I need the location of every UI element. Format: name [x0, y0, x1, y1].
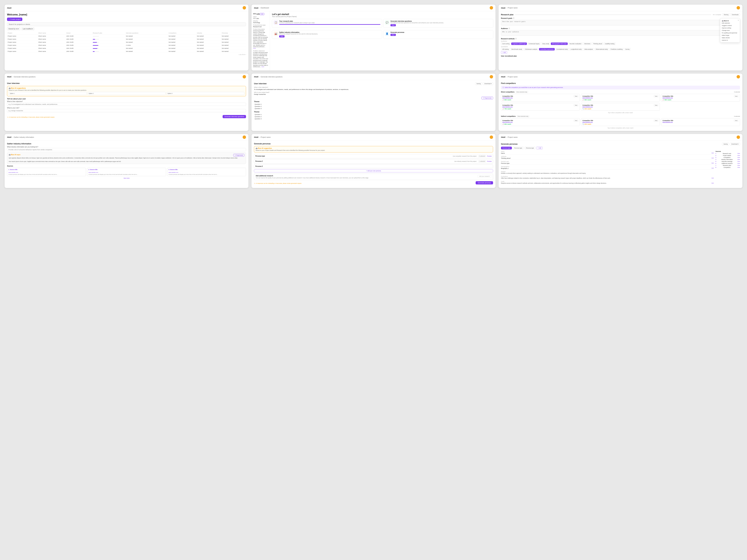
p9-source-view-4[interactable]: View: [737, 159, 740, 160]
ind-comp-url-1[interactable]: www.website.com: [503, 121, 578, 123]
p9-edit-name[interactable]: Edit: [712, 152, 714, 154]
sharing-button[interactable]: Sharing: [722, 13, 730, 16]
p9-source-view-5[interactable]: View: [737, 161, 740, 162]
download-btn-5[interactable]: Download ▾: [483, 82, 493, 85]
add-method-button[interactable]: + Add: [501, 51, 507, 54]
method-predictive[interactable]: Predictive modeling: [610, 48, 624, 50]
filter-owned[interactable]: Owned by me ▾: [7, 27, 20, 30]
p9-add-tab-btn[interactable]: + Add: [536, 147, 543, 149]
comp-view-btn-4[interactable]: View: [574, 104, 578, 106]
ai-item-longer[interactable]: Make longer: [720, 34, 740, 36]
saving-button[interactable]: Saving: [475, 82, 482, 85]
comp-url-1[interactable]: www.website.com: [503, 97, 578, 99]
method-interviews[interactable]: Interviews: [583, 43, 592, 45]
ind-comp-view-2[interactable]: View: [654, 120, 659, 122]
p9-source-view-7[interactable]: View: [737, 165, 740, 166]
p9-tab-3[interactable]: Persona type: [524, 147, 535, 149]
method-observational[interactable]: Observational study: [595, 48, 609, 50]
method-diary[interactable]: Diary study: [541, 43, 550, 45]
method-ethnographic[interactable]: Ethnographic field study: [551, 43, 568, 45]
method-longitudinal[interactable]: Longitudinal study: [569, 48, 583, 50]
p9-edit-attributes[interactable]: Edit: [712, 157, 714, 159]
ind-comp-view-1[interactable]: View: [574, 120, 578, 122]
gi-input[interactable]: [7, 148, 246, 151]
p9-source-view-8[interactable]: View: [737, 167, 740, 168]
comp-view-btn-1[interactable]: View: [574, 95, 578, 97]
p9-edit-goals[interactable]: Edit: [712, 182, 714, 184]
rp-audience-input[interactable]: [501, 30, 740, 35]
add-research-button[interactable]: Add your research: [477, 175, 491, 178]
suggestion-option-2[interactable]: Option 2: [87, 92, 165, 95]
read-more-link[interactable]: more: [253, 48, 256, 49]
ai-item-suggest[interactable]: Suggest content: [720, 24, 740, 27]
comp-url-2[interactable]: www.website.com: [582, 97, 659, 99]
read-more-link-2[interactable]: more: [261, 66, 264, 68]
objective-input[interactable]: [7, 103, 246, 106]
comp-view-btn-2[interactable]: View: [654, 95, 659, 97]
regenerate-button[interactable]: ↻ Regenerate: [482, 97, 493, 99]
indirect-view-badge[interactable]: View selected only: [517, 115, 529, 117]
ai-item-tone[interactable]: Change tone: [720, 29, 740, 32]
p9-saving-button[interactable]: Saving: [722, 143, 729, 146]
method-heuristic[interactable]: Heuristic evaluation: [568, 43, 583, 45]
regenerate-btn-7[interactable]: ↻ Regenerate: [233, 154, 244, 157]
ai-item-shorter[interactable]: Make shorter: [720, 36, 740, 39]
gs-start-btn-4[interactable]: Start: [390, 34, 396, 36]
add-persona-button[interactable]: + Add your own persona: [254, 169, 493, 172]
generate-personas-button[interactable]: Generate personas: [475, 181, 493, 184]
suggestion-option-3[interactable]: Option 3: [166, 92, 244, 95]
role-input[interactable]: [7, 109, 246, 112]
gs-start-btn-3[interactable]: Start: [279, 35, 285, 37]
ttt-edit-button[interactable]: Edit: [260, 13, 264, 15]
downloads-button[interactable]: Downloads: [730, 13, 740, 16]
method-card-sorting[interactable]: Card sorting: [501, 43, 511, 45]
source-url-3[interactable]: www.website.com: [169, 172, 178, 173]
p9-edit-demographics[interactable]: Edit: [712, 168, 714, 169]
method-clickstream[interactable]: Clickstream analysis: [524, 48, 538, 50]
persona-preview-btn-1[interactable]: Preview: [487, 155, 492, 157]
gs-start-btn-2[interactable]: Start: [390, 24, 396, 26]
ai-item-edit[interactable]: Edit selection: [720, 22, 740, 24]
ind-comp-url-2[interactable]: www.website.com: [582, 121, 659, 123]
ai-item-spelling[interactable]: Fix spelling and grammar: [720, 32, 740, 34]
method-ab[interactable]: A/B testing: [501, 48, 510, 50]
p9-download-button[interactable]: Download ▾: [730, 143, 740, 146]
filter-modified[interactable]: Last modified ▾: [21, 27, 34, 30]
create-project-button[interactable]: + Create project: [7, 18, 22, 21]
source-url-2[interactable]: www.website.com: [88, 172, 98, 173]
ai-item-improve[interactable]: Improve writing: [720, 27, 740, 29]
ai-close-icon[interactable]: ✕: [738, 20, 739, 21]
p9-edit-decision[interactable]: Edit: [712, 162, 714, 164]
p9-source-view-1[interactable]: View: [737, 153, 740, 154]
search-input[interactable]: [7, 23, 246, 26]
ind-comp-view-3[interactable]: View: [734, 120, 739, 122]
method-cognitive-walkthrough[interactable]: Cognitive walkthrough: [511, 43, 527, 45]
method-correlational[interactable]: Correlational study: [555, 48, 569, 50]
generate-interview-button[interactable]: Generate interview questions: [223, 115, 246, 118]
suggestion-option-1[interactable]: Option 1: [9, 92, 87, 95]
method-thinking[interactable]: Thinking aloud: [592, 43, 603, 45]
method-usability[interactable]: Usability testing: [604, 43, 616, 45]
p9-tab-1[interactable]: Persona type: [501, 147, 512, 149]
p9-source-view-3[interactable]: View: [737, 157, 740, 158]
method-contextual[interactable]: Contextual inquiry: [527, 43, 541, 45]
method-benchmark[interactable]: Benchmark study: [510, 48, 523, 50]
method-survey[interactable]: Survey: [624, 48, 630, 50]
p9-tab-2[interactable]: Persona type: [513, 147, 524, 149]
p9-source-view-2[interactable]: View: [737, 155, 740, 156]
comp-view-btn-5[interactable]: View: [654, 104, 659, 106]
method-controlled[interactable]: Controlled experiment: [539, 48, 555, 50]
p9-edit-frustrations[interactable]: Edit: [712, 177, 714, 179]
comp-url-5[interactable]: www.website.com: [582, 106, 659, 107]
comp-url-3[interactable]: www.website.com: [663, 97, 739, 99]
comp-url-4[interactable]: www.website.com: [503, 106, 578, 107]
p9-source-view-6[interactable]: View: [737, 163, 740, 164]
source-url-1[interactable]: www.website.com: [8, 172, 18, 173]
persona-preview-btn-2[interactable]: Preview: [487, 160, 492, 162]
direct-view-badge[interactable]: View selected only: [515, 91, 528, 93]
ind-comp-url-3[interactable]: www.website.com: [663, 121, 739, 123]
rp-goals-input[interactable]: [501, 20, 740, 25]
ai-item-instruct[interactable]: Instruct AI: [720, 39, 740, 42]
see-more-btn[interactable]: See more: [7, 177, 246, 179]
method-meta[interactable]: Meta-analysis: [583, 48, 594, 50]
